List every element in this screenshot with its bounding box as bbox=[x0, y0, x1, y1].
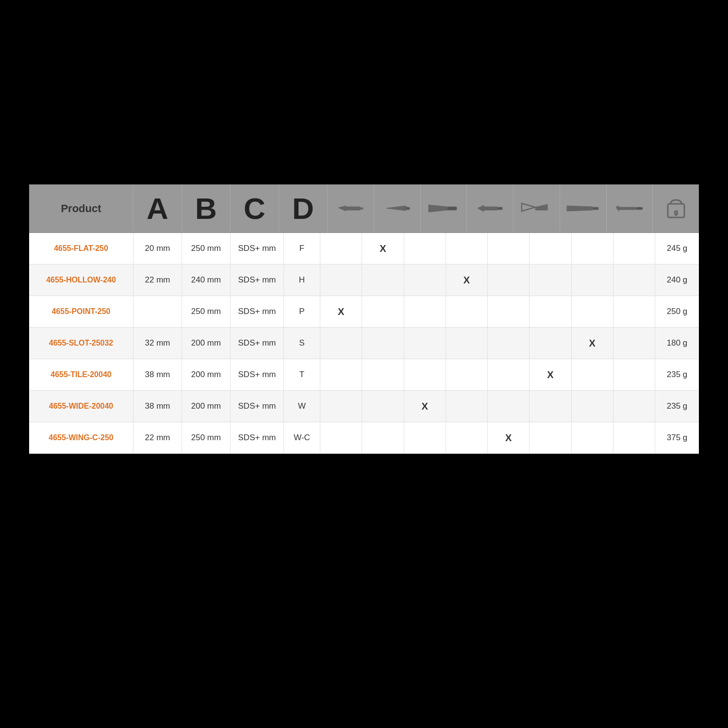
svg-rect-17 bbox=[636, 207, 643, 210]
svg-rect-4 bbox=[406, 207, 410, 210]
cell-type-code: P bbox=[284, 296, 320, 327]
svg-rect-7 bbox=[484, 207, 497, 210]
header-icon-6 bbox=[560, 184, 607, 232]
svg-marker-10 bbox=[522, 203, 535, 211]
cell-dim-b: 200 mm bbox=[182, 391, 231, 422]
svg-rect-2 bbox=[361, 208, 363, 209]
cell-icon-8 bbox=[613, 391, 655, 422]
cell-product-name[interactable]: 4655-HOLLOW-240 bbox=[29, 265, 133, 296]
cell-weight: 245 g bbox=[655, 233, 699, 264]
cell-icon-8 bbox=[613, 328, 655, 359]
cell-icon-2: X bbox=[362, 233, 404, 264]
product-link[interactable]: 4655-POINT-250 bbox=[52, 307, 111, 316]
header-c-label: C bbox=[244, 194, 265, 224]
cell-icon-1 bbox=[320, 422, 362, 453]
table-row: 4655-FLAT-25020 mm250 mmSDS+ mmFX245 g bbox=[29, 233, 699, 265]
product-link[interactable]: 4655-FLAT-250 bbox=[54, 244, 108, 253]
header-col-d: D bbox=[279, 184, 328, 232]
header-product: Product bbox=[29, 184, 133, 232]
cell-dim-a: 22 mm bbox=[133, 422, 182, 453]
product-link[interactable]: 4655-WING-C-250 bbox=[49, 433, 113, 442]
cell-icon-7 bbox=[572, 391, 613, 422]
cell-dim-a: 32 mm bbox=[133, 328, 182, 359]
page-wrapper: Product A B C D bbox=[0, 0, 728, 728]
cell-icon-5: X bbox=[488, 422, 529, 453]
cell-dim-b: 250 mm bbox=[182, 296, 231, 327]
svg-marker-1 bbox=[338, 206, 346, 211]
cell-dim-b: 200 mm bbox=[182, 359, 231, 390]
cell-icon-2 bbox=[362, 265, 404, 296]
cell-icon-4 bbox=[446, 328, 488, 359]
check-mark: X bbox=[505, 432, 512, 444]
cell-icon-4 bbox=[446, 296, 488, 327]
cell-icon-7 bbox=[572, 359, 613, 390]
cell-weight: 240 g bbox=[655, 265, 699, 296]
product-link[interactable]: 4655-HOLLOW-240 bbox=[46, 276, 116, 284]
cell-icon-8 bbox=[613, 296, 655, 327]
cell-type-code: F bbox=[284, 233, 320, 264]
cell-icon-7 bbox=[572, 265, 613, 296]
cell-icon-8 bbox=[613, 422, 655, 453]
product-link[interactable]: 4655-TILE-20040 bbox=[50, 370, 111, 379]
header-b-label: B bbox=[195, 194, 217, 224]
cell-dim-a bbox=[133, 296, 182, 327]
cell-icon-2 bbox=[362, 359, 404, 390]
cell-product-name[interactable]: 4655-WIDE-20040 bbox=[29, 391, 133, 422]
cell-icon-4 bbox=[446, 233, 488, 264]
cell-weight: 235 g bbox=[655, 359, 699, 390]
cell-icon-2 bbox=[362, 422, 404, 453]
cell-dim-a: 20 mm bbox=[133, 233, 182, 264]
header-product-label: Product bbox=[61, 202, 101, 215]
cell-icon-1: X bbox=[320, 296, 362, 327]
cell-icon-2 bbox=[362, 391, 404, 422]
header-col-a: A bbox=[133, 184, 182, 232]
svg-marker-5 bbox=[429, 205, 447, 212]
comparison-table: Product A B C D bbox=[29, 184, 699, 454]
cell-icon-6: X bbox=[529, 359, 571, 390]
cell-icon-8 bbox=[613, 359, 655, 390]
cell-icon-3 bbox=[404, 422, 446, 453]
cell-icon-3 bbox=[404, 233, 446, 264]
cell-icon-2 bbox=[362, 296, 404, 327]
header-icon-4 bbox=[467, 184, 513, 232]
cell-icon-3 bbox=[404, 328, 446, 359]
cell-type-code: W bbox=[284, 391, 320, 422]
cell-weight: 180 g bbox=[655, 328, 699, 359]
svg-rect-6 bbox=[447, 207, 457, 210]
cell-icon-1 bbox=[320, 328, 362, 359]
cell-icon-5 bbox=[488, 328, 529, 359]
cell-icon-8 bbox=[613, 233, 655, 264]
cell-icon-7 bbox=[572, 296, 613, 327]
cell-icon-6 bbox=[529, 233, 571, 264]
product-link[interactable]: 4655-WIDE-20040 bbox=[49, 402, 114, 411]
cell-icon-3: X bbox=[404, 391, 446, 422]
cell-icon-6 bbox=[529, 265, 571, 296]
table-row: 4655-SLOT-2503232 mm200 mmSDS+ mmSX180 g bbox=[29, 328, 699, 359]
header-col-b: B bbox=[182, 184, 231, 232]
cell-dim-a: 38 mm bbox=[133, 359, 182, 390]
table-header: Product A B C D bbox=[29, 184, 699, 233]
cell-icon-6 bbox=[529, 328, 571, 359]
cell-shank: SDS+ mm bbox=[231, 359, 284, 390]
cell-icon-4 bbox=[446, 391, 488, 422]
cell-icon-1 bbox=[320, 265, 362, 296]
cell-product-name[interactable]: 4655-SLOT-25032 bbox=[29, 328, 133, 359]
cell-icon-3 bbox=[404, 359, 446, 390]
cell-icon-6 bbox=[529, 296, 571, 327]
cell-icon-5 bbox=[488, 359, 529, 390]
cell-product-name[interactable]: 4655-FLAT-250 bbox=[29, 233, 133, 264]
header-icon-7 bbox=[607, 184, 653, 232]
cell-shank: SDS+ mm bbox=[231, 391, 284, 422]
product-link[interactable]: 4655-SLOT-25032 bbox=[49, 339, 114, 347]
cell-type-code: H bbox=[284, 265, 320, 296]
cell-icon-3 bbox=[404, 265, 446, 296]
cell-icon-5 bbox=[488, 296, 529, 327]
table-row: 4655-HOLLOW-24022 mm240 mmSDS+ mmHX240 g bbox=[29, 265, 699, 296]
header-icon-3 bbox=[421, 184, 467, 232]
svg-rect-9 bbox=[497, 207, 502, 210]
cell-product-name[interactable]: 4655-WING-C-250 bbox=[29, 422, 133, 453]
svg-marker-13 bbox=[567, 206, 593, 211]
cell-icon-1 bbox=[320, 359, 362, 390]
cell-product-name[interactable]: 4655-TILE-20040 bbox=[29, 359, 133, 390]
cell-product-name[interactable]: 4655-POINT-250 bbox=[29, 296, 133, 327]
